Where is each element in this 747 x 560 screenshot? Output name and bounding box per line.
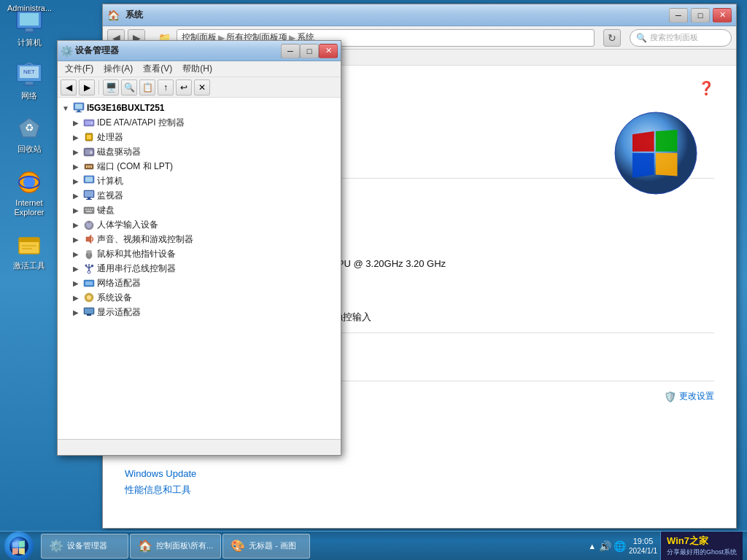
cp-title-text: 系统 [123,9,666,21]
svg-rect-66 [91,265,93,267]
tree-item-4[interactable]: ▶ 计算机 [58,174,341,188]
tree-item-1[interactable]: ▶ 处理器 [58,130,341,144]
desktop-icon-tools[interactable]: 激活工具 [6,230,53,271]
root-expand-icon[interactable]: ▼ [61,103,71,113]
expand-9[interactable]: ▶ [71,249,81,259]
tree-item-5[interactable]: ▶ 监视器 [58,188,341,203]
search-box[interactable]: 🔍 搜索控制面板 [630,29,732,47]
expand-12[interactable]: ▶ [71,292,81,303]
tree-item-0[interactable]: ▶ IDE ATA/ATAPI 控制器 [58,115,341,130]
svg-rect-1 [20,13,39,26]
win7home-badge[interactable]: Win7之家 分享最好用的Ghost系统 [660,532,743,561]
svg-text:NET: NET [23,69,35,75]
expand-13[interactable]: ▶ [71,307,81,317]
desktop-icon-ie[interactable]: Internet Explorer [6,168,53,217]
expand-8[interactable]: ▶ [71,234,81,244]
expand-2[interactable]: ▶ [71,147,81,157]
help-icon[interactable]: ❓ [698,80,714,96]
change-settings-button[interactable]: 🛡️ 更改设置 [664,390,714,402]
dm-computer-btn[interactable]: 🖥️ [103,79,119,96]
dm-action-menu[interactable]: 操作(A) [99,63,137,75]
expand-11[interactable]: ▶ [71,278,81,288]
svg-rect-51 [84,207,94,214]
recycle-bin-icon: ♻ [15,114,44,143]
taskbar-items: ⚙️ 设备管理器 🏠 控制面板\所有... 🎨 无标题 - 画图 [38,532,584,560]
cp-title-icon: 🏠 [107,9,120,21]
dm-scan-btn[interactable]: 🔍 [121,79,137,96]
tree-item-7[interactable]: ▶ 人体学输入设备 [58,217,341,232]
tree-item-6[interactable]: ▶ 键盘 [58,203,341,217]
tree-item-10[interactable]: ▶ 通用串行总线控制器 [58,261,341,276]
dm-view-menu[interactable]: 查看(V) [139,63,177,75]
expand-4[interactable]: ▶ [71,176,81,186]
device-tree: ▼ I5G3E16BUXLT251 ▶ [58,98,341,439]
taskbar-item-0[interactable]: ⚙️ 设备管理器 [41,534,128,559]
device-toolbar: ◀ ▶ 🖥️ 🔍 📋 ↑ ↩ ✕ [58,77,341,98]
svg-rect-53 [88,209,89,210]
tree-root-node[interactable]: ▼ I5G3E16BUXLT251 [58,101,341,115]
start-button[interactable] [0,532,38,561]
dm-prop-btn[interactable]: 📋 [139,79,155,96]
tools-icon [15,230,44,260]
desktop-icon-network[interactable]: NET 网络 [6,61,53,101]
expand-6[interactable]: ▶ [71,205,81,215]
desktop-icon-computer[interactable]: 计算机 [6,7,53,47]
computer-icon-label: 计算机 [18,38,42,47]
date-display: 2024/1/1 [629,546,657,556]
dm-rollback-btn[interactable]: ↩ [176,79,192,96]
tree-item-11[interactable]: ▶ 网络适配器 [58,276,341,290]
refresh-button[interactable]: ↻ [603,29,621,47]
label-3: 端口 (COM 和 LPT) [97,160,173,173]
expand-1[interactable]: ▶ [71,132,81,142]
expand-10[interactable]: ▶ [71,263,81,273]
svg-rect-44 [90,166,92,168]
user-label: Administra... [7,4,52,12]
dm-file-menu[interactable]: 文件(F) [61,63,98,75]
root-label: I5G3E16BUXLT251 [87,103,165,113]
svg-rect-56 [86,211,92,212]
label-13: 显示适配器 [97,306,141,319]
device-titlebar: ⚙️ 设备管理器 ─ □ ✕ [58,41,341,61]
taskbar-item-2[interactable]: 🎨 无标题 - 画图 [222,534,310,559]
desktop-icon-recycle[interactable]: ♻ 回收站 [6,114,53,154]
expand-7[interactable]: ▶ [71,219,81,230]
icon-audio [83,233,95,245]
expand-3[interactable]: ▶ [71,161,81,171]
windows-update-link[interactable]: Windows Update [125,468,714,479]
dm-close-button[interactable]: ✕ [319,44,338,58]
icon-cpu [83,131,95,143]
cp-maximize-button[interactable]: □ [691,8,710,23]
ie-icon-label: Internet Explorer [6,198,53,217]
dm-back-btn[interactable]: ◀ [61,79,77,96]
svg-rect-49 [88,198,90,199]
dm-maximize-button[interactable]: □ [300,44,319,58]
system-tray-icons: 🔊 🌐 [599,540,626,552]
tree-item-13[interactable]: ▶ 显示适配器 [58,305,341,319]
expand-5[interactable]: ▶ [71,190,81,201]
tree-item-9[interactable]: ▶ 鼠标和其他指针设备 [58,246,341,261]
icon-system [83,292,95,303]
tree-item-12[interactable]: ▶ 系统设备 [58,290,341,305]
dm-uninstall-btn[interactable]: ✕ [194,79,210,96]
svg-rect-59 [88,221,90,223]
notif-expand[interactable]: ▲ [588,542,596,551]
taskbar-item-1[interactable]: 🏠 控制面板\所有... [130,534,221,559]
bottom-links: Windows Update 性能信息和工具 [125,461,714,508]
tree-item-2[interactable]: ▶ 磁盘驱动器 [58,144,341,159]
label-12: 系统设备 [97,292,132,304]
label-1: 处理器 [97,131,123,144]
performance-link[interactable]: 性能信息和工具 [125,483,714,497]
dm-update-btn[interactable]: ↑ [158,79,174,96]
tree-item-8[interactable]: ▶ 声音、视频和游戏控制器 [58,232,341,246]
dm-minimize-button[interactable]: ─ [281,44,300,58]
icon-disk [83,146,95,158]
cp-minimize-button[interactable]: ─ [669,8,688,23]
cp-close-button[interactable]: ✕ [713,8,732,23]
tree-item-3[interactable]: ▶ 端口 (COM 和 LPT) [58,159,341,174]
expand-0[interactable]: ▶ [71,117,81,128]
desktop-icons-container: 计算机 NET 网络 [6,7,53,271]
icon-computer2 [83,175,95,187]
icon-port [83,160,95,172]
dm-forward-btn[interactable]: ▶ [79,79,95,96]
dm-help-menu[interactable]: 帮助(H) [178,63,217,75]
